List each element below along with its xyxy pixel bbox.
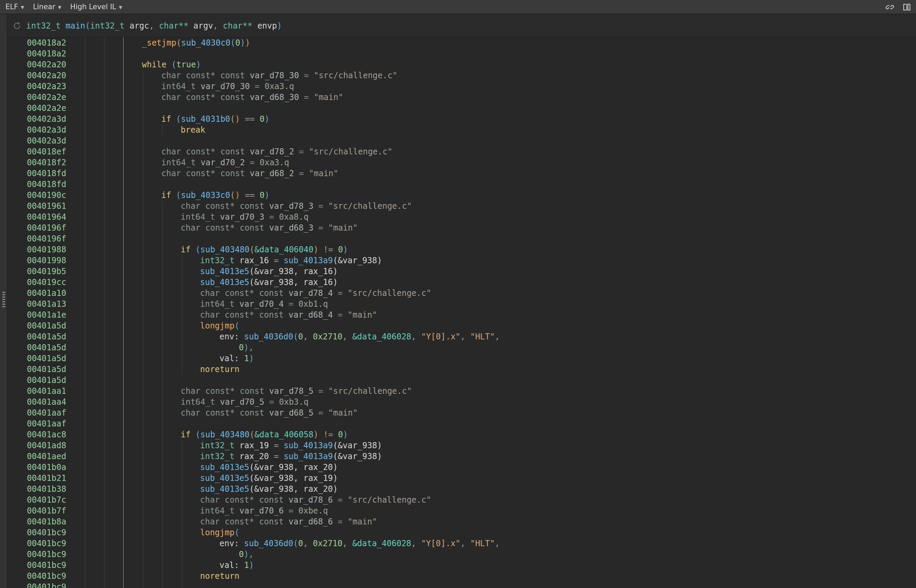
- code-token[interactable]: 0: [235, 38, 240, 48]
- code-token[interactable]: 0x2710: [313, 539, 343, 548]
- address-gutter-value[interactable]: 00401bc9: [27, 549, 66, 560]
- code-token[interactable]: =: [338, 517, 348, 527]
- code-token[interactable]: if: [161, 191, 176, 200]
- code-token[interactable]: "Y[0].x": [421, 332, 460, 341]
- code-line[interactable]: 004019ccsub_4013e5(&var_938, rax_16): [0, 277, 916, 288]
- code-text[interactable]: if (sub_4031b0() == 0): [161, 113, 270, 124]
- code-token[interactable]: int32_t: [200, 256, 240, 265]
- code-token[interactable]: if: [181, 245, 195, 254]
- code-line[interactable]: 00402a20while (true): [0, 59, 916, 70]
- code-token[interactable]: (: [235, 528, 239, 537]
- address-gutter-value[interactable]: 00401a5d: [27, 331, 66, 342]
- address-gutter-value[interactable]: 00401ad8: [27, 440, 66, 451]
- address-gutter-value[interactable]: 00401bc9: [27, 527, 66, 538]
- code-line[interactable]: 004019b5sub_4013e5(&var_938, rax_16): [0, 266, 916, 277]
- code-token[interactable]: 0: [260, 191, 264, 200]
- code-token[interactable]: var_d70_2: [201, 158, 250, 167]
- code-text[interactable]: val: 1): [220, 560, 254, 571]
- code-token[interactable]: =: [274, 441, 284, 450]
- code-token[interactable]: char const* const: [200, 288, 288, 298]
- address-gutter-value[interactable]: 00401bc9: [27, 560, 66, 571]
- code-token[interactable]: (: [195, 430, 200, 439]
- code-token[interactable]: "Y[0].x": [421, 539, 460, 548]
- code-token[interactable]: (: [293, 332, 298, 341]
- code-text[interactable]: char const* const var_d78_4 = "src/chall…: [200, 288, 431, 299]
- code-token[interactable]: var_d70_5: [220, 397, 270, 407]
- code-token[interactable]: int64_t: [161, 82, 201, 91]
- code-token[interactable]: var_d68_5: [269, 408, 319, 418]
- code-token[interactable]: char const* const: [200, 517, 288, 527]
- code-token[interactable]: sub_4013a9: [284, 452, 333, 461]
- code-token[interactable]: var_d68_3: [269, 223, 319, 233]
- code-token[interactable]: "src/challenge.c": [314, 71, 397, 80]
- code-line[interactable]: 00401ac8if (sub_403480(&data_406058) != …: [0, 429, 916, 440]
- address-gutter-value[interactable]: 00402a3d: [27, 124, 66, 135]
- code-token[interactable]: int32_t: [200, 452, 240, 461]
- code-line[interactable]: 00401bc90),: [0, 549, 916, 560]
- code-token[interactable]: char const* const: [181, 223, 269, 233]
- code-line[interactable]: 00401bc9val: 1): [0, 560, 916, 571]
- code-token[interactable]: (: [195, 245, 200, 254]
- code-text[interactable]: int64_t var_d70_5 = 0xb3.q: [181, 397, 309, 407]
- address-gutter-value[interactable]: 00401aaf: [27, 407, 66, 418]
- address-gutter-value[interactable]: 00401aa4: [27, 397, 66, 407]
- code-token[interactable]: var_d70_4: [240, 299, 289, 309]
- code-line[interactable]: 00401a5dnoreturn: [0, 364, 916, 375]
- code-token[interactable]: ,: [460, 539, 470, 548]
- code-token[interactable]: ): [245, 38, 250, 48]
- code-line[interactable]: 00401b7cchar const* const var_d78_6 = "s…: [0, 494, 916, 506]
- code-line[interactable]: 0040196f: [0, 233, 916, 244]
- code-text[interactable]: while (true): [142, 59, 201, 70]
- code-token[interactable]: ,: [411, 539, 421, 548]
- code-token[interactable]: _setjmp: [142, 38, 176, 48]
- code-token[interactable]: int64_t: [200, 299, 240, 309]
- code-line[interactable]: 00401a5denv: sub_4036d0(0, 0x2710, &data…: [0, 331, 916, 342]
- code-token[interactable]: (&var_938, rax_20): [249, 462, 338, 472]
- code-line[interactable]: 00401bc9: [0, 582, 916, 588]
- code-token[interactable]: ): [277, 21, 282, 31]
- code-token[interactable]: "main": [348, 517, 377, 527]
- code-token[interactable]: var_d78_6: [288, 495, 338, 505]
- code-token[interactable]: "main": [329, 408, 358, 418]
- code-text[interactable]: if (sub_403480(&data_406040) != 0): [181, 244, 348, 255]
- code-token[interactable]: =: [269, 212, 279, 222]
- code-line[interactable]: 00401988if (sub_403480(&data_406040) != …: [0, 244, 916, 255]
- code-token[interactable]: ): [264, 191, 269, 200]
- code-token[interactable]: =: [255, 82, 265, 91]
- code-token[interactable]: int64_t: [181, 212, 220, 222]
- view-layout-dropdown[interactable]: Linear ▼: [33, 3, 61, 11]
- code-token[interactable]: !: [323, 245, 328, 254]
- address-gutter-value[interactable]: 00401a13: [27, 299, 66, 310]
- code-token[interactable]: longjmp: [200, 321, 235, 331]
- code-token[interactable]: char const* const: [161, 71, 250, 80]
- code-text[interactable]: char const* const var_d78_30 = "src/chal…: [161, 70, 397, 81]
- code-text[interactable]: char const* const var_d78_6 = "src/chall…: [200, 494, 431, 506]
- code-line[interactable]: 00402a23int64_t var_d70_30 = 0xa3.q: [0, 81, 916, 92]
- address-gutter-value[interactable]: 00402a3d: [27, 113, 66, 124]
- code-token[interactable]: if: [181, 430, 195, 439]
- code-line[interactable]: 00402a20char const* const var_d78_30 = "…: [0, 70, 916, 81]
- il-level-dropdown[interactable]: High Level IL ▼: [70, 3, 122, 11]
- code-token[interactable]: char const* const: [181, 201, 269, 211]
- code-token[interactable]: !: [323, 430, 328, 439]
- address-gutter-value[interactable]: 0040190c: [27, 190, 66, 201]
- code-token[interactable]: char const* const: [181, 408, 269, 418]
- code-token[interactable]: ,: [495, 539, 500, 548]
- code-line[interactable]: 00401ad8int32_t rax_19 = sub_4013a9(&var…: [0, 440, 916, 451]
- code-text[interactable]: char const* const var_d68_30 = "main": [161, 92, 343, 103]
- code-token[interactable]: ): [196, 60, 201, 69]
- code-token[interactable]: sub_4013a9: [284, 441, 333, 450]
- address-gutter-value[interactable]: 00401bc9: [27, 571, 66, 582]
- code-token[interactable]: ,: [303, 539, 313, 548]
- code-token[interactable]: =: [288, 299, 298, 309]
- code-token[interactable]: (): [230, 191, 240, 200]
- code-token[interactable]: =: [299, 169, 309, 178]
- code-text[interactable]: char const* const var_d68_3 = "main": [181, 223, 358, 233]
- code-token[interactable]: 0: [239, 343, 244, 352]
- code-line[interactable]: 00402a3d: [0, 135, 916, 146]
- code-token[interactable]: "src/challenge.c": [309, 147, 393, 157]
- code-token[interactable]: ): [264, 114, 269, 124]
- code-token[interactable]: (&var_938, rax_20): [249, 484, 338, 494]
- code-token[interactable]: var_d78_3: [269, 201, 319, 211]
- code-token[interactable]: var_d78_30: [250, 71, 304, 80]
